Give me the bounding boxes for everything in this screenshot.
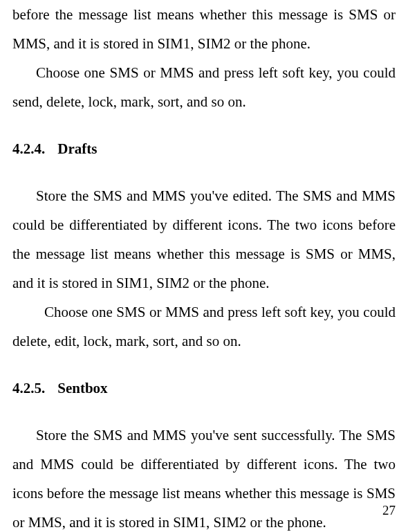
page-number: 27 [382,497,396,524]
paragraph: Store the SMS and MMS you've edited. The… [12,181,396,297]
paragraph: Store the SMS and MMS you've sent succes… [12,421,396,532]
heading-drafts: 4.2.4.Drafts [12,134,396,163]
paragraph: Choose one SMS or MMS and press left sof… [12,58,396,116]
heading-sentbox: 4.2.5.Sentbox [12,374,396,403]
paragraph: Choose one SMS or MMS and press left sof… [12,297,396,356]
heading-number: 4.2.5. [12,380,45,396]
heading-title: Sentbox [57,380,107,396]
paragraph-continuation: before the message list means whether th… [12,0,396,58]
heading-title: Drafts [57,140,97,157]
heading-number: 4.2.4. [12,140,45,157]
